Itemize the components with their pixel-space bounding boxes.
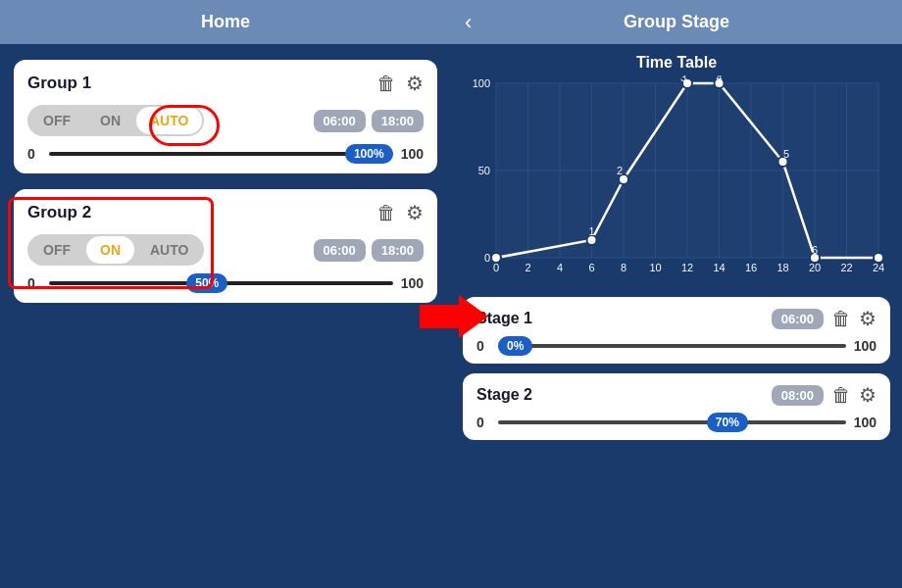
group2-actions: 🗑 ⚙ [376, 201, 424, 224]
stage1-slider-max: 100 [854, 338, 877, 354]
svg-text:4: 4 [557, 262, 563, 273]
svg-text:8: 8 [621, 262, 626, 273]
group2-slider-thumb: 50% [186, 273, 227, 293]
stage2-slider-thumb: 70% [707, 413, 748, 432]
svg-text:22: 22 [840, 262, 852, 273]
group1-header: Group 1 🗑 ⚙ [27, 72, 424, 95]
svg-text:24: 24 [873, 262, 884, 273]
right-title: Group Stage [624, 12, 729, 32]
group1-toggle-row: OFF ON AUTO 06:00 18:00 [27, 105, 424, 136]
chart-area: Time Table [451, 44, 902, 289]
group2-off-btn[interactable]: OFF [29, 236, 84, 264]
group2-slider-max: 100 [401, 275, 424, 291]
chart-svg-container: 1 2 3 4 5 6 100 50 0 0 2 4 6 8 10 12 14 … [461, 75, 892, 285]
stage2-gear-icon[interactable]: ⚙ [859, 383, 877, 407]
back-button[interactable]: ‹ [465, 10, 472, 35]
stage1-slider-thumb: 0% [498, 336, 532, 356]
group1-time2: 18:00 [372, 110, 424, 132]
arrow-svg [420, 295, 488, 338]
svg-text:0: 0 [484, 252, 490, 264]
svg-text:18: 18 [777, 262, 788, 273]
group1-times: 06:00 18:00 [314, 110, 425, 132]
svg-text:1: 1 [588, 225, 594, 237]
stage1-gear-icon[interactable]: ⚙ [859, 307, 877, 330]
group1-label: Group 1 [27, 74, 91, 93]
group1-auto-btn[interactable]: AUTO [136, 107, 202, 134]
chart-title: Time Table [461, 54, 892, 72]
right-panel: ‹ Group Stage Time Table [451, 0, 902, 588]
group1-toggle-group: OFF ON AUTO [27, 105, 204, 136]
group2-auto-btn[interactable]: AUTO [136, 236, 202, 264]
svg-text:10: 10 [649, 262, 661, 273]
stage2-slider-track[interactable]: 70% [498, 420, 846, 424]
stage2-slider-max: 100 [854, 415, 877, 430]
stage1-header: Stage 1 06:00 🗑 ⚙ [476, 307, 877, 330]
svg-text:2: 2 [617, 165, 623, 176]
stage1-slider-row: 0 0% 100 [476, 338, 877, 354]
stage1-trash-icon[interactable]: 🗑 [831, 308, 851, 330]
svg-text:100: 100 [473, 77, 490, 89]
group2-slider-track[interactable]: 50% [49, 281, 393, 285]
group1-on-btn[interactable]: ON [86, 107, 134, 134]
stage2-slider-min: 0 [476, 415, 490, 430]
svg-text:2: 2 [525, 262, 530, 273]
stage1-card: Stage 1 06:00 🗑 ⚙ 0 0% 100 [463, 297, 890, 364]
group1-slider-row: 0 100% 100 [27, 146, 424, 162]
stage2-card: Stage 2 08:00 🗑 ⚙ 0 70% 100 [463, 373, 890, 440]
svg-text:3: 3 [680, 75, 686, 83]
group1-slider-max: 100 [401, 146, 424, 162]
svg-text:16: 16 [745, 262, 757, 273]
stage2-trash-icon[interactable]: 🗑 [831, 384, 851, 407]
group2-trash-icon[interactable]: 🗑 [376, 202, 396, 224]
group2-slider-min: 0 [27, 275, 41, 291]
stages-content: Stage 1 06:00 🗑 ⚙ 0 0% 100 Stage 2 08:00… [451, 289, 902, 588]
group2-gear-icon[interactable]: ⚙ [406, 201, 424, 224]
svg-text:4: 4 [716, 75, 722, 83]
group1-off-btn[interactable]: OFF [29, 107, 84, 134]
stage2-header: Stage 2 08:00 🗑 ⚙ [476, 383, 877, 407]
group1-slider-track[interactable]: 100% [49, 152, 393, 156]
svg-text:50: 50 [478, 165, 490, 176]
group2-header: Group 2 🗑 ⚙ [27, 201, 424, 224]
svg-text:6: 6 [588, 262, 594, 273]
group1-slider-min: 0 [27, 146, 41, 162]
stage1-slider-track[interactable]: 0% [498, 344, 846, 348]
right-header: ‹ Group Stage [451, 0, 902, 44]
group1-gear-icon[interactable]: ⚙ [406, 72, 424, 95]
group2-label: Group 2 [27, 203, 91, 222]
group1-card: Group 1 🗑 ⚙ OFF ON AUTO 06:00 18:00 0 [14, 60, 437, 173]
left-header: Home [0, 0, 451, 44]
group2-slider-row: 0 50% 100 [27, 275, 424, 291]
group2-time1: 06:00 [314, 239, 366, 262]
group2-on-btn[interactable]: ON [86, 236, 134, 264]
left-content: Group 1 🗑 ⚙ OFF ON AUTO 06:00 18:00 0 [0, 44, 451, 588]
svg-text:6: 6 [812, 244, 818, 256]
group2-toggle-row: OFF ON AUTO 06:00 18:00 [27, 234, 424, 266]
svg-text:12: 12 [681, 262, 693, 273]
group1-slider-thumb: 100% [345, 144, 393, 164]
group2-toggle-group: OFF ON AUTO [27, 234, 204, 266]
group1-trash-icon[interactable]: 🗑 [376, 73, 396, 95]
svg-text:14: 14 [713, 262, 725, 273]
stage1-slider-min: 0 [476, 338, 490, 354]
group2-card: Group 2 🗑 ⚙ OFF ON AUTO 06:00 18:00 0 [14, 189, 437, 303]
stage2-name: Stage 2 [476, 386, 764, 404]
group2-time2: 18:00 [372, 239, 424, 262]
group1-actions: 🗑 ⚙ [376, 72, 424, 95]
stage1-time: 06:00 [772, 309, 824, 329]
svg-text:0: 0 [493, 262, 499, 273]
left-panel: Home Group 1 🗑 ⚙ OFF ON AUTO 06:00 18: [0, 0, 451, 588]
svg-marker-0 [420, 295, 488, 338]
svg-text:20: 20 [809, 262, 821, 273]
stage1-name: Stage 1 [476, 310, 764, 327]
right-arrow [420, 295, 488, 338]
left-title: Home [201, 12, 250, 31]
time-table-chart: 1 2 3 4 5 6 100 50 0 0 2 4 6 8 10 12 14 … [461, 75, 892, 281]
stage2-time: 08:00 [772, 385, 824, 406]
stage2-slider-row: 0 70% 100 [476, 415, 877, 430]
group1-time1: 06:00 [314, 110, 366, 132]
svg-text:5: 5 [783, 148, 789, 160]
group2-times: 06:00 18:00 [314, 239, 425, 262]
